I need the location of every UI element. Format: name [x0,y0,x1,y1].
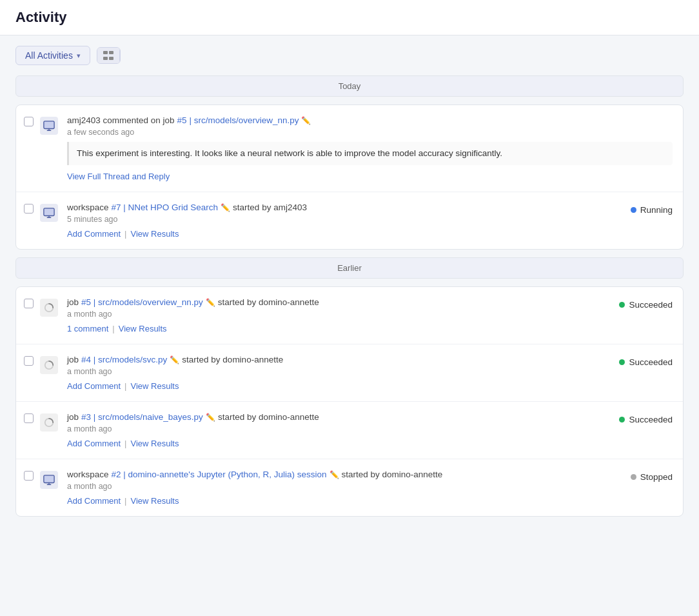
view-results-link[interactable]: View Results [130,496,179,506]
activity-item: workspace #7 | NNet HPO Grid Search ✏️ s… [16,192,683,249]
activity-actions: Add Comment | View Results [67,381,613,391]
status-col: Stopped [631,470,673,482]
status-label: Stopped [640,472,673,482]
headline-prefix: job [67,355,79,364]
activity-link[interactable]: #2 | domino-annette's Jupyter (Python, R… [112,470,327,479]
activity-checkbox[interactable] [24,471,34,481]
chevron-down-icon: ▾ [77,52,81,60]
comment-block: This experiment is interesting. It looks… [67,142,673,165]
activity-actions: Add Comment | View Results [67,229,624,239]
activity-time: a month ago [67,482,624,491]
checkbox-col [24,355,34,366]
activity-icon-spinner [40,356,58,374]
action-separator: | [124,381,126,391]
activity-headline: amj2403 commented on job #5 | src/models… [67,115,673,125]
headline-suffix: started by domino-annette [218,297,319,307]
status-label: Succeeded [629,300,673,310]
activity-icon-spinner [40,413,58,432]
activity-headline: workspace #2 | domino-annette's Jupyter … [67,470,624,479]
activity-time: a month ago [67,310,613,319]
section-earlier: Earlier [15,257,684,279]
activity-actions: Add Comment | View Results [67,496,624,506]
activity-headline: job #3 | src/models/naive_bayes.py ✏️ st… [67,412,613,422]
activity-item: job #3 | src/models/naive_bayes.py ✏️ st… [16,402,683,459]
toolbar: All Activities ▾ [15,46,684,65]
status-dot-succeeded [619,417,625,422]
activity-checkbox[interactable] [24,299,34,308]
activity-time: a few seconds ago [67,128,673,137]
edit-icon[interactable]: ✏️ [221,203,230,212]
activity-body: workspace #7 | NNet HPO Grid Search ✏️ s… [67,203,624,239]
activity-headline: job #5 | src/models/overview_nn.py ✏️ st… [67,297,613,307]
checkbox-col [24,115,34,126]
icon-col [40,203,61,222]
edit-icon[interactable]: ✏️ [170,355,179,364]
status-dot-stopped [631,474,636,480]
activity-link[interactable]: #7 | NNet HPO Grid Search [112,203,219,212]
edit-icon[interactable]: ✏️ [206,413,215,422]
svg-rect-2 [103,57,108,60]
today-activity-list: amj2403 commented on job #5 | src/models… [15,104,684,250]
activity-checkbox[interactable] [24,204,34,214]
checkbox-col [24,203,34,214]
status-col: Succeeded [619,297,673,310]
view-results-link[interactable]: View Results [130,439,179,448]
activity-icon-monitor [40,117,58,135]
activity-body: workspace #2 | domino-annette's Jupyter … [67,470,624,506]
activity-link[interactable]: #5 | src/models/overview_nn.py [81,297,203,307]
add-comment-link[interactable]: Add Comment [67,229,121,239]
action-separator: | [124,229,126,239]
comment-count-link[interactable]: 1 comment [67,324,108,333]
activity-checkbox[interactable] [24,356,34,366]
icon-col [40,412,61,432]
icon-col [40,355,61,374]
headline-prefix: job [67,297,79,307]
activity-link[interactable]: #5 | src/models/overview_nn.py [177,115,299,125]
all-activities-filter[interactable]: All Activities ▾ [15,46,90,65]
monitor-icon [43,474,55,486]
view-results-link[interactable]: View Results [130,229,179,239]
icon-col [40,115,61,135]
add-comment-link[interactable]: Add Comment [67,496,121,506]
activity-body: job #5 | src/models/overview_nn.py ✏️ st… [67,297,613,333]
spinner-icon [44,303,54,313]
activity-checkbox[interactable] [24,413,34,423]
action-separator: | [112,324,114,333]
activity-link[interactable]: #4 | src/models/svc.py [81,355,167,364]
checkbox-col [24,412,34,423]
main-content: All Activities ▾ Today [0,35,699,527]
activity-link[interactable]: #3 | src/models/naive_bayes.py [81,412,203,422]
filter-label: All Activities [25,50,73,61]
activity-headline: workspace #7 | NNet HPO Grid Search ✏️ s… [67,203,624,212]
svg-rect-4 [44,121,54,129]
headline-prefix: job [67,412,79,422]
activity-item: job #5 | src/models/overview_nn.py ✏️ st… [16,287,683,344]
list-icon [103,51,113,60]
page-header: Activity [0,0,699,35]
icon-col [40,297,61,317]
edit-icon[interactable]: ✏️ [301,116,311,125]
view-toggle-list[interactable] [97,48,120,63]
add-comment-link[interactable]: Add Comment [67,381,121,391]
view-results-link[interactable]: View Results [119,324,167,333]
edit-icon[interactable]: ✏️ [206,298,215,307]
svg-rect-9 [44,475,54,483]
earlier-activity-list: job #5 | src/models/overview_nn.py ✏️ st… [15,286,684,517]
action-separator: | [124,439,126,448]
spinner-icon [44,360,54,370]
activity-checkbox[interactable] [24,117,34,126]
activity-item: amj2403 commented on job #5 | src/models… [16,105,683,192]
activity-icon-spinner [40,299,58,317]
add-comment-link[interactable]: Add Comment [67,439,121,448]
activity-actions: View Full Thread and Reply [67,172,673,181]
activity-actions: Add Comment | View Results [67,439,613,448]
activity-actions: 1 comment | View Results [67,324,613,333]
status-label: Succeeded [629,415,673,424]
status-label: Succeeded [629,357,673,367]
checkbox-col [24,297,34,308]
activity-time: 5 minutes ago [67,215,624,224]
headline-prefix: workspace [67,470,109,479]
view-results-link[interactable]: View Results [130,381,179,391]
edit-icon[interactable]: ✏️ [330,470,339,479]
view-full-thread-link[interactable]: View Full Thread and Reply [67,172,170,181]
